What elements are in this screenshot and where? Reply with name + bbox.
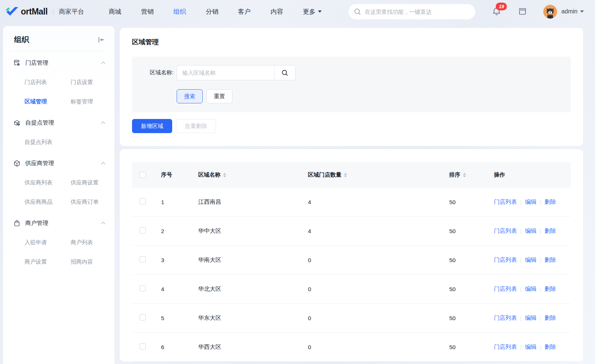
column-header-store-count[interactable]: 区域门店数量 <box>308 171 449 178</box>
sidebar: 组织 门店管理 门店列表 门 <box>3 26 115 364</box>
select-all-checkbox[interactable] <box>139 172 146 178</box>
row-store-count: 0 <box>308 257 449 264</box>
storefront-icon <box>518 7 527 16</box>
delete-link[interactable]: 删除 <box>544 343 556 351</box>
sidebar-item-supplier-list[interactable]: 供应商列表 <box>25 173 71 192</box>
column-header-sort[interactable]: 排序 <box>449 171 494 178</box>
add-region-button[interactable]: 新增区域 <box>132 119 172 133</box>
sidebar-group-pickup-management[interactable]: 自提点管理 <box>3 113 115 132</box>
row-index: 3 <box>161 257 198 264</box>
sidebar-group-label: 供应商管理 <box>25 160 96 167</box>
chevron-up-icon[interactable] <box>101 162 106 165</box>
store-list-link[interactable]: 门店列表 <box>494 314 517 322</box>
workbench-button[interactable] <box>518 7 527 16</box>
delete-link[interactable]: 删除 <box>544 227 556 235</box>
store-list-link[interactable]: 门店列表 <box>494 256 517 264</box>
row-index: 4 <box>161 286 198 293</box>
row-checkbox[interactable] <box>139 198 146 204</box>
sidebar-item-region-management[interactable]: 区域管理 <box>25 92 71 111</box>
edit-link[interactable]: 编辑 <box>525 198 537 206</box>
sidebar-item-entry-application[interactable]: 入驻申请 <box>25 233 71 252</box>
sidebar-group-merchant-management[interactable]: 商户管理 <box>3 213 115 233</box>
filter-panel: 区域名称: 搜索 重置 <box>132 57 571 112</box>
edit-link[interactable]: 编辑 <box>525 314 537 322</box>
delete-link[interactable]: 删除 <box>544 314 556 322</box>
logo-text: ortMall <box>21 7 48 17</box>
row-checkbox[interactable] <box>139 314 146 320</box>
sidebar-item-store-settings[interactable]: 门店设置 <box>71 73 117 92</box>
notifications-button[interactable]: 19 <box>492 7 501 16</box>
batch-delete-button[interactable]: 批量删除 <box>176 119 216 133</box>
nav-item-content[interactable]: 内容 <box>270 7 283 16</box>
sidebar-item-supplier-orders[interactable]: 供应商订单 <box>71 192 117 212</box>
delete-link[interactable]: 删除 <box>544 285 556 293</box>
sort-icon[interactable] <box>223 173 226 177</box>
input-search-button[interactable] <box>274 65 295 80</box>
action-divider: | <box>537 228 545 234</box>
sidebar-item-tag-management[interactable]: 标签管理 <box>71 92 117 111</box>
row-checkbox[interactable] <box>139 227 146 233</box>
sidebar-item-merchant-settings[interactable]: 商户设置 <box>25 252 71 271</box>
row-actions: 门店列表| 编辑| 删除 <box>494 285 571 293</box>
notification-badge: 19 <box>496 3 507 10</box>
global-search[interactable] <box>348 4 475 19</box>
store-list-link[interactable]: 门店列表 <box>494 343 517 351</box>
nav-item-mall[interactable]: 商城 <box>109 7 121 16</box>
username: admin <box>561 8 578 15</box>
row-checkbox[interactable] <box>139 343 146 349</box>
nav-item-organization[interactable]: 组织 <box>173 7 186 16</box>
reset-button[interactable]: 重置 <box>206 89 232 103</box>
chevron-up-icon[interactable] <box>101 121 106 124</box>
global-search-input[interactable] <box>364 9 470 15</box>
action-divider: | <box>517 228 525 234</box>
sidebar-group-store-management[interactable]: 门店管理 <box>3 53 115 73</box>
search-button[interactable]: 搜索 <box>177 89 203 103</box>
store-list-link[interactable]: 门店列表 <box>494 285 517 293</box>
edit-link[interactable]: 编辑 <box>525 256 537 264</box>
chevron-up-icon[interactable] <box>101 61 106 64</box>
avatar[interactable] <box>543 5 557 19</box>
row-sort-value: 50 <box>449 228 494 235</box>
nav-item-marketing[interactable]: 营销 <box>141 7 154 16</box>
row-checkbox[interactable] <box>139 256 146 262</box>
sidebar-item-store-list[interactable]: 门店列表 <box>25 73 71 92</box>
nav-menu: 商城 营销 组织 分销 客户 内容 更多 <box>109 7 322 16</box>
nav-item-distribution[interactable]: 分销 <box>206 7 218 16</box>
action-divider: | <box>517 344 525 350</box>
row-region-name: 华南大区 <box>198 256 308 264</box>
chevron-up-icon[interactable] <box>101 222 106 225</box>
search-icon <box>354 8 361 15</box>
edit-link[interactable]: 编辑 <box>525 227 537 235</box>
sort-icon[interactable] <box>344 173 347 177</box>
edit-link[interactable]: 编辑 <box>525 285 537 293</box>
nav-item-customers[interactable]: 客户 <box>238 7 251 16</box>
user-menu[interactable]: admin <box>561 8 584 15</box>
row-index: 2 <box>161 228 198 235</box>
sidebar-item-supplier-products[interactable]: 供应商商品 <box>25 192 71 212</box>
row-sort-value: 50 <box>449 315 494 322</box>
row-index: 6 <box>161 344 198 351</box>
delete-link[interactable]: 删除 <box>544 198 556 206</box>
page-title: 区域管理 <box>132 38 571 46</box>
sidebar-item-investment-content[interactable]: 招商内容 <box>71 252 117 271</box>
sidebar-group-supplier-management[interactable]: 供应商管理 <box>3 154 115 173</box>
nav-item-more[interactable]: 更多 <box>303 7 322 16</box>
collapse-sidebar-button[interactable] <box>97 36 106 44</box>
table-header: 序号 区域名称 区域门店数量 排序 操作 <box>132 162 571 188</box>
table-row: 1 江西南昌 4 50 门店列表| 编辑| 删除 <box>132 188 571 217</box>
region-name-input[interactable] <box>177 65 274 80</box>
store-list-link[interactable]: 门店列表 <box>494 227 517 235</box>
sidebar-item-supplier-settings[interactable]: 供应商设置 <box>71 173 117 192</box>
sidebar-item-pickup-list[interactable]: 自提点列表 <box>25 132 71 152</box>
brand-logo[interactable]: ortMall <box>5 6 48 17</box>
sidebar-group-label: 门店管理 <box>25 59 96 67</box>
sort-icon[interactable] <box>463 173 466 177</box>
action-divider: | <box>537 344 545 350</box>
row-checkbox[interactable] <box>139 285 146 291</box>
sidebar-item-merchant-list[interactable]: 商户列表 <box>71 233 117 252</box>
delete-link[interactable]: 删除 <box>544 256 556 264</box>
row-region-name: 华西大区 <box>198 343 308 351</box>
column-header-region-name[interactable]: 区域名称 <box>198 171 308 178</box>
edit-link[interactable]: 编辑 <box>525 343 537 351</box>
store-list-link[interactable]: 门店列表 <box>494 198 517 206</box>
